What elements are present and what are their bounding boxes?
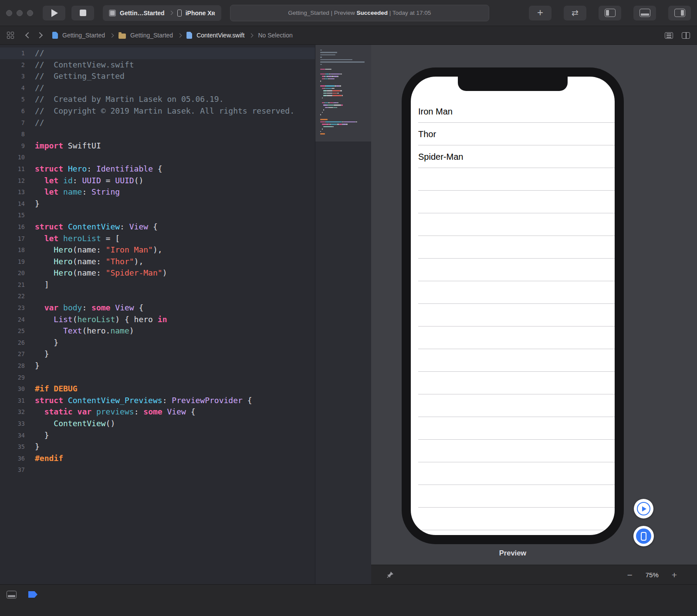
hero-list-row[interactable]: Spider-Man [411, 145, 615, 168]
line-number[interactable]: 6 [0, 105, 25, 117]
line-number[interactable]: 34 [0, 430, 25, 441]
code-line[interactable]: 27 } [0, 348, 315, 360]
code-review-button[interactable]: ⇄ [564, 6, 586, 20]
breadcrumb-group[interactable]: Getting_Started [130, 32, 173, 39]
line-number[interactable]: 31 [0, 395, 25, 407]
code-line[interactable]: 35} [0, 441, 315, 453]
zoom-out-button[interactable]: − [627, 570, 632, 579]
hero-list-row[interactable]: Iron Man [411, 100, 615, 123]
zoom-in-button[interactable]: + [672, 570, 677, 579]
line-number[interactable]: 22 [0, 290, 25, 302]
minimap[interactable] [315, 45, 371, 584]
adjust-editor-options-icon[interactable] [665, 32, 673, 39]
code-line[interactable]: 1// [0, 47, 315, 59]
line-number[interactable]: 37 [0, 464, 25, 476]
code-line[interactable]: 34 } [0, 430, 315, 441]
line-number[interactable]: 24 [0, 314, 25, 326]
close-window-button[interactable] [6, 10, 12, 16]
code-line[interactable]: 10 [0, 151, 315, 163]
toggle-navigator-button[interactable] [599, 6, 621, 20]
code-line[interactable]: 15 [0, 209, 315, 221]
toggle-debug-console-icon[interactable] [7, 591, 17, 599]
line-number[interactable]: 11 [0, 163, 25, 175]
code-line[interactable]: 24 List(heroList) { hero in [0, 314, 315, 326]
code-line[interactable]: 13 let name: String [0, 186, 315, 198]
line-number[interactable]: 25 [0, 325, 25, 337]
line-number[interactable]: 13 [0, 186, 25, 198]
code-line[interactable]: 37 [0, 464, 315, 476]
library-button[interactable]: + [529, 6, 552, 20]
code-line[interactable]: 7// [0, 117, 315, 129]
line-number[interactable]: 7 [0, 117, 25, 129]
live-preview-button[interactable] [634, 499, 653, 518]
line-number[interactable]: 35 [0, 441, 25, 453]
line-number[interactable]: 36 [0, 453, 25, 465]
code-line[interactable]: 31struct ContentView_Previews: PreviewPr… [0, 395, 315, 407]
breadcrumb-project[interactable]: Getting_Started [62, 32, 105, 39]
code-line[interactable]: 18 Hero(name: "Iron Man"), [0, 244, 315, 256]
line-number[interactable]: 2 [0, 59, 25, 71]
line-number[interactable]: 17 [0, 233, 25, 245]
breakpoints-toggle-icon[interactable] [28, 591, 37, 598]
code-line[interactable]: 11struct Hero: Identifiable { [0, 163, 315, 175]
line-number[interactable]: 29 [0, 372, 25, 384]
code-line[interactable]: 26 } [0, 337, 315, 349]
code-line[interactable]: 19 Hero(name: "Thor"), [0, 256, 315, 268]
line-number[interactable]: 15 [0, 209, 25, 221]
forward-button[interactable] [37, 32, 43, 38]
line-number[interactable]: 3 [0, 71, 25, 82]
preview-on-device-button[interactable] [633, 526, 654, 546]
add-editor-icon[interactable] [682, 32, 690, 39]
code-line[interactable]: 17 let heroList = [ [0, 233, 315, 245]
breadcrumb-file[interactable]: ContentView.swift [196, 32, 244, 39]
line-number[interactable]: 10 [0, 151, 25, 163]
pin-preview-button[interactable] [386, 571, 394, 579]
code-line[interactable]: 22 [0, 290, 315, 302]
code-line[interactable]: 21 ] [0, 279, 315, 291]
code-line[interactable]: 23 var body: some View { [0, 302, 315, 314]
line-number[interactable]: 8 [0, 128, 25, 140]
scheme-selector[interactable]: Gettin…Started iPhone Xʀ [103, 5, 221, 21]
line-number[interactable]: 32 [0, 406, 25, 418]
line-number[interactable]: 26 [0, 337, 25, 349]
code-line[interactable]: 36#endif [0, 453, 315, 465]
code-line[interactable]: 8 [0, 128, 315, 140]
code-line[interactable]: 16struct ContentView: View { [0, 221, 315, 233]
code-line[interactable]: 20 Hero(name: "Spider-Man") [0, 267, 315, 279]
code-line[interactable]: 33 ContentView() [0, 418, 315, 430]
line-number[interactable]: 14 [0, 198, 25, 210]
line-number[interactable]: 16 [0, 221, 25, 233]
code-line[interactable]: 32 static var previews: some View { [0, 406, 315, 418]
code-line[interactable]: 6// Copyright © 2019 Martin Lasek. All r… [0, 105, 315, 117]
code-line[interactable]: 9import SwiftUI [0, 140, 315, 152]
line-number[interactable]: 23 [0, 302, 25, 314]
line-number[interactable]: 21 [0, 279, 25, 291]
line-number[interactable]: 28 [0, 360, 25, 372]
code-line[interactable]: 30#if DEBUG [0, 383, 315, 395]
line-number[interactable]: 5 [0, 94, 25, 105]
line-number[interactable]: 27 [0, 348, 25, 360]
toggle-debug-area-button[interactable] [633, 6, 656, 20]
code-line[interactable]: 2// ContentView.swift [0, 59, 315, 71]
line-number[interactable]: 18 [0, 244, 25, 256]
line-number[interactable]: 33 [0, 418, 25, 430]
code-line[interactable]: 28} [0, 360, 315, 372]
line-number[interactable]: 9 [0, 140, 25, 152]
line-number[interactable]: 4 [0, 82, 25, 94]
line-number[interactable]: 20 [0, 267, 25, 279]
back-button[interactable] [25, 32, 31, 38]
run-button[interactable] [43, 6, 65, 20]
fullscreen-window-button[interactable] [27, 10, 33, 16]
code-editor[interactable]: 1//2// ContentView.swift3// Getting_Star… [0, 45, 315, 584]
code-line[interactable]: 14} [0, 198, 315, 210]
line-number[interactable]: 19 [0, 256, 25, 268]
line-number[interactable]: 30 [0, 383, 25, 395]
code-line[interactable]: 12 let id: UUID = UUID() [0, 175, 315, 187]
code-line[interactable]: 3// Getting_Started [0, 71, 315, 82]
hero-list-row[interactable]: Thor [411, 123, 615, 145]
line-number[interactable]: 12 [0, 175, 25, 187]
breadcrumb-selection[interactable]: No Selection [258, 32, 292, 39]
code-line[interactable]: 5// Created by Martin Lasek on 05.06.19. [0, 94, 315, 105]
code-line[interactable]: 4// [0, 82, 315, 94]
toggle-inspectors-button[interactable] [668, 6, 691, 20]
